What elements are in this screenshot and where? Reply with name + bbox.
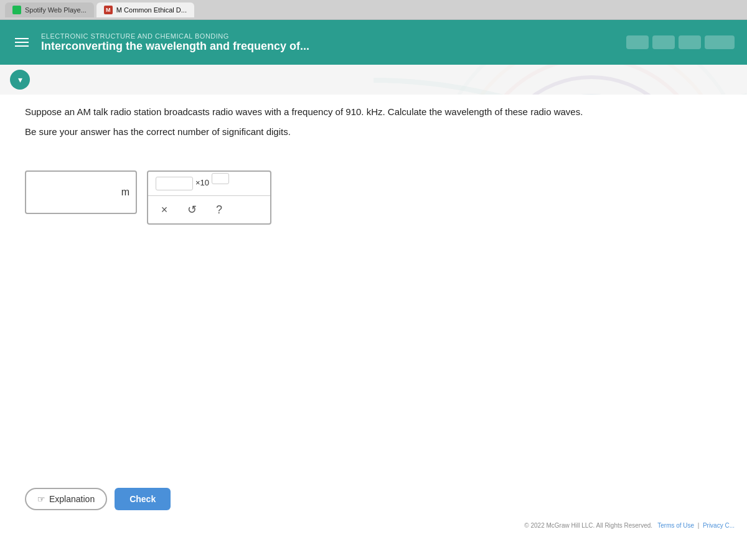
header-control-2[interactable] — [652, 35, 675, 49]
close-icon: × — [161, 203, 168, 217]
problem-sub-text: Be sure your answer has the correct numb… — [25, 124, 722, 139]
undo-icon: ↺ — [187, 203, 197, 217]
bottom-action-row: ☞ Explanation Check — [25, 488, 171, 510]
header-control-1[interactable] — [626, 35, 649, 49]
top-header: ELECTRONIC STRUCTURE AND CHEMICAL BONDIN… — [0, 20, 747, 65]
answer-input-wrapper: m — [25, 170, 137, 214]
help-button[interactable]: ? — [210, 201, 228, 218]
sci-base-input[interactable] — [156, 177, 193, 190]
sci-notation-box: ×10 × ↺ ? — [147, 170, 271, 225]
header-title: Interconverting the wavelength and frequ… — [41, 40, 309, 53]
app-container: ELECTRONIC STRUCTURE AND CHEMICAL BONDIN… — [0, 20, 747, 560]
collapse-button[interactable]: ▾ — [10, 70, 30, 90]
answer-row: m ×10 × — [25, 170, 722, 225]
answer-area: m ×10 × — [0, 152, 747, 560]
header-controls — [626, 35, 735, 49]
header-control-3[interactable] — [679, 35, 701, 49]
header-control-4[interactable] — [705, 35, 735, 49]
spotify-favicon — [12, 6, 21, 14]
browser-tab-bar: Spotify Web Playe... M M Common Ethical … — [0, 0, 747, 20]
privacy-link[interactable]: Privacy C... — [703, 522, 735, 529]
explanation-button[interactable]: ☞ Explanation — [25, 488, 107, 510]
collapse-row: ▾ — [0, 65, 747, 95]
tab-spotify[interactable]: Spotify Web Playe... — [5, 2, 94, 17]
problem-area: Suppose an AM talk radio station broadca… — [0, 95, 747, 152]
close-button[interactable]: × — [156, 201, 173, 218]
main-content: ▾ Suppose an AM talk radio station broad… — [0, 65, 747, 560]
check-button[interactable]: Check — [115, 488, 171, 510]
explanation-label: Explanation — [49, 494, 95, 504]
tab-spotify-label: Spotify Web Playe... — [25, 6, 87, 14]
copyright-text: © 2022 McGraw Hill LLC. All Rights Reser… — [524, 522, 652, 529]
mcgraw-favicon: M — [104, 6, 113, 14]
chevron-down-icon: ▾ — [18, 75, 22, 85]
header-title-block: ELECTRONIC STRUCTURE AND CHEMICAL BONDIN… — [41, 32, 309, 53]
check-label: Check — [129, 494, 156, 504]
x10-label: ×10 — [195, 178, 229, 187]
footer: © 2022 McGraw Hill LLC. All Rights Reser… — [524, 522, 735, 529]
question-mark-icon: ? — [216, 203, 222, 217]
terms-link[interactable]: Terms of Use — [657, 522, 694, 529]
tab-mcgraw-label: M Common Ethical D... — [116, 6, 187, 14]
header-subtitle: ELECTRONIC STRUCTURE AND CHEMICAL BONDIN… — [41, 32, 309, 40]
unit-label: m — [121, 187, 129, 198]
x10-text: ×10 — [195, 178, 209, 187]
exponent-input[interactable] — [212, 173, 229, 184]
sci-notation-bottom: × ↺ ? — [148, 196, 270, 223]
sci-notation-top: ×10 — [148, 172, 270, 196]
answer-input[interactable] — [32, 187, 119, 198]
tab-mcgraw[interactable]: M M Common Ethical D... — [96, 2, 194, 17]
hand-icon: ☞ — [37, 494, 45, 504]
hamburger-button[interactable] — [12, 35, 31, 49]
problem-main-text: Suppose an AM talk radio station broadca… — [25, 105, 722, 119]
undo-button[interactable]: ↺ — [183, 201, 200, 218]
